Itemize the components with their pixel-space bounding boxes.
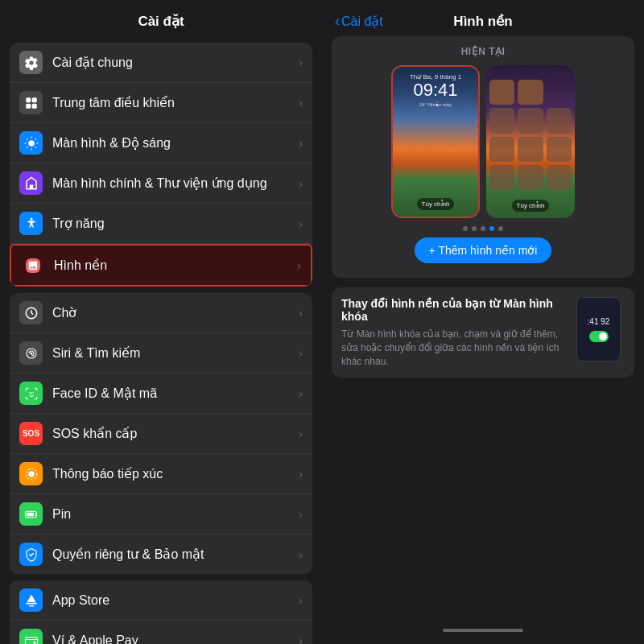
- current-wallpaper-section: HIỆN TẠI Thứ Ba, 9 tháng 1 09:41 24° Nhi…: [332, 36, 634, 278]
- settings-panel: Cài đặt Cài đặt chung › Trung tâm điều k…: [0, 0, 322, 644]
- sidebar-item-trung-tam[interactable]: Trung tâm điều khiển ›: [10, 83, 312, 123]
- settings-group-2: Chờ › Siri & Tìm kiếm › Face ID & Mật mã…: [10, 293, 312, 574]
- page-dots: [341, 226, 625, 231]
- sidebar-item-app-store[interactable]: App Store ›: [10, 580, 312, 621]
- sidebar-item-man-hinh-chinh[interactable]: Màn hình chính & Thư viện ứng dụng ›: [10, 163, 312, 204]
- sidebar-item-man-hinh[interactable]: Màn hình & Độ sáng ›: [10, 123, 312, 163]
- sidebar-item-vi-apple-pay[interactable]: Ví & Apple Pay ›: [10, 621, 312, 644]
- home-icon-8: [518, 137, 543, 162]
- home-icon-9: [547, 137, 572, 162]
- sidebar-item-face-id[interactable]: Face ID & Mật mã ›: [10, 374, 312, 414]
- add-wallpaper-button[interactable]: + Thêm hình nền mới: [415, 237, 552, 263]
- home-customize-btn[interactable]: Tùy chỉnh: [512, 200, 550, 212]
- svg-rect-3: [31, 103, 36, 108]
- settings-group-3: App Store › Ví & Apple Pay ›: [10, 580, 312, 644]
- back-label: Cài đặt: [341, 14, 383, 29]
- accessibility-icon: [19, 212, 43, 235]
- info-preview: :41 92: [576, 297, 625, 361]
- lock-customize-btn[interactable]: Tùy chỉnh: [417, 198, 455, 210]
- svg-rect-1: [31, 97, 36, 102]
- info-text-block: Thay đổi hình nền của bạn từ Màn hình kh…: [341, 297, 568, 368]
- dot-1: [463, 226, 468, 231]
- home-icon: [19, 171, 43, 195]
- home-icon-1: [489, 80, 514, 105]
- chevron-icon: ›: [297, 259, 301, 272]
- chevron-icon: ›: [299, 137, 303, 150]
- home-icons-grid: [489, 80, 572, 190]
- home-icon-5: [518, 108, 543, 133]
- item-label: Trung tâm điều khiển: [52, 95, 299, 110]
- dot-5: [498, 226, 503, 231]
- lock-date: Thứ Ba, 9 tháng 1: [398, 73, 473, 80]
- sidebar-item-quyen-rieng-tu[interactable]: Quyền riêng tư & Bảo mật ›: [10, 535, 312, 574]
- item-label: Siri & Tìm kiếm: [52, 345, 299, 361]
- info-section: Thay đổi hình nền của bạn từ Màn hình kh…: [332, 287, 634, 378]
- mini-toggle: [589, 331, 609, 342]
- lock-weather: 24° Nhiều mây: [398, 101, 473, 107]
- svg-rect-15: [27, 512, 34, 516]
- lock-time: 09:41: [398, 80, 473, 100]
- wallet-icon: [19, 629, 43, 644]
- chevron-icon: ›: [299, 347, 303, 360]
- settings-group-1: Cài đặt chung › Trung tâm điều khiển › M…: [10, 43, 312, 287]
- wallpaper-previews: Thứ Ba, 9 tháng 1 09:41 24° Nhiều mây Tù…: [341, 65, 625, 218]
- item-label: Quyền riêng tư & Bảo mật: [52, 547, 299, 562]
- home-icon-4: [489, 108, 514, 133]
- dot-3: [481, 226, 485, 231]
- sidebar-item-sos[interactable]: SOS SOS khẩn cấp ›: [10, 414, 312, 454]
- home-icon-10: [489, 165, 514, 190]
- home-icon-2: [518, 80, 543, 105]
- item-label: Face ID & Mật mã: [52, 386, 299, 401]
- svg-point-4: [28, 140, 35, 147]
- info-description: Từ Màn hình khóa của bạn, chạm và giữ để…: [341, 328, 568, 368]
- chevron-icon: ›: [299, 634, 303, 645]
- display-icon: [19, 131, 43, 155]
- dot-2: [472, 226, 477, 231]
- mini-time: :41 92: [588, 317, 610, 326]
- home-icon-7: [489, 137, 514, 162]
- settings-list: Cài đặt chung › Trung tâm điều khiển › M…: [0, 36, 322, 644]
- home-icon-12: [547, 165, 572, 190]
- right-header: ‹ Cài đặt Hình nền: [322, 0, 644, 36]
- svg-point-17: [33, 641, 35, 643]
- item-label: Hình nền: [54, 258, 297, 273]
- svg-rect-0: [26, 97, 31, 102]
- lock-screen-preview[interactable]: Thứ Ba, 9 tháng 1 09:41 24° Nhiều mây Tù…: [391, 65, 480, 218]
- svg-point-6: [30, 217, 32, 220]
- item-label: Thông báo tiếp xúc: [52, 466, 299, 481]
- info-title: Thay đổi hình nền của bạn từ Màn hình kh…: [341, 297, 568, 323]
- page-title: Hình nền: [453, 13, 512, 30]
- back-button[interactable]: ‹ Cài đặt: [335, 13, 383, 30]
- chevron-icon: ›: [299, 56, 303, 69]
- sidebar-item-cai-dat-chung[interactable]: Cài đặt chung ›: [10, 43, 312, 83]
- item-label: Chờ: [52, 305, 299, 320]
- sidebar-item-hinh-nen[interactable]: Hình nền ›: [10, 244, 312, 287]
- item-label: Cài đặt chung: [52, 55, 299, 70]
- appstore-icon: [19, 588, 43, 612]
- home-icon-11: [518, 165, 543, 190]
- chevron-icon: ›: [299, 508, 303, 521]
- svg-point-12: [28, 471, 35, 477]
- item-label: Pin: [52, 507, 299, 522]
- chevron-icon: ›: [299, 548, 303, 561]
- item-label: App Store: [52, 593, 299, 608]
- back-chevron-icon: ‹: [335, 13, 340, 30]
- home-screen-preview[interactable]: Tùy chỉnh: [486, 65, 575, 218]
- sidebar-item-thong-bao[interactable]: Thông báo tiếp xúc ›: [10, 454, 312, 494]
- sidebar-item-cho[interactable]: Chờ ›: [10, 293, 312, 333]
- exposure-icon: [19, 462, 43, 485]
- wallpaper-icon: [21, 254, 44, 277]
- chevron-icon: ›: [299, 217, 303, 230]
- lock-time-section: Thứ Ba, 9 tháng 1 09:41 24° Nhiều mây: [398, 73, 473, 107]
- control-center-icon: [19, 91, 43, 114]
- lock-screen-bg: Thứ Ba, 9 tháng 1 09:41 24° Nhiều mây Tù…: [393, 67, 478, 217]
- home-indicator: [443, 629, 523, 632]
- chevron-icon: ›: [299, 427, 303, 440]
- sidebar-item-pin[interactable]: Pin ›: [10, 494, 312, 535]
- chevron-icon: ›: [299, 594, 303, 607]
- sidebar-item-tro-nang[interactable]: Trợ năng ›: [10, 204, 312, 244]
- mini-phone: :41 92: [576, 297, 621, 361]
- svg-rect-16: [25, 637, 37, 644]
- item-label: Ví & Apple Pay: [52, 634, 299, 645]
- sidebar-item-siri[interactable]: Siri & Tìm kiếm ›: [10, 333, 312, 374]
